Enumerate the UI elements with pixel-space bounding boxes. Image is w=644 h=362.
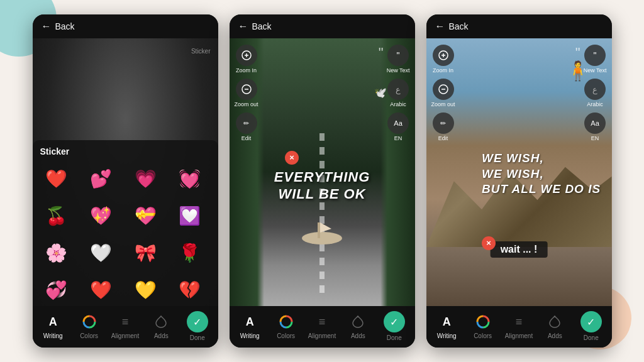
sticker-item[interactable]: 💛: [126, 273, 164, 306]
toolbar-writing-1[interactable]: A Writing: [39, 313, 67, 339]
zoom-out-group-2[interactable]: Zoom out: [235, 79, 258, 107]
toolbar-done-2[interactable]: ✓ Done: [380, 311, 408, 341]
toolbar-writing-2[interactable]: A Writing: [236, 313, 264, 339]
adds-icon-2: [349, 313, 367, 331]
colors-icon-1: [80, 313, 98, 331]
edit-label-3: Edit: [438, 135, 448, 141]
sticker-item[interactable]: 💝: [126, 199, 164, 233]
done-label-2: Done: [387, 334, 402, 341]
writing-label-3: Writing: [437, 332, 457, 339]
sticker-item[interactable]: ❤️: [82, 273, 119, 306]
edit-group-2[interactable]: ✏ Edit: [236, 112, 257, 141]
toolbar-done-3[interactable]: ✓ Done: [577, 311, 605, 341]
quote-icon-2: ": [379, 45, 384, 61]
colors-label-1: Colors: [80, 332, 98, 339]
right-controls-3: " New Text ع Arabic Aa EN: [584, 45, 607, 141]
sticker-item[interactable]: 🤍: [82, 236, 119, 270]
text-overlay-2[interactable]: EVERYTHING WILL BE OK: [274, 169, 370, 202]
sticker-item[interactable]: 💕: [82, 162, 119, 196]
toolbar-colors-3[interactable]: Colors: [469, 313, 497, 339]
toolbar-alignment-1[interactable]: ≡ Alignment: [111, 313, 139, 339]
back-label-2[interactable]: Back: [252, 21, 272, 31]
new-text-group-2[interactable]: " New Text: [387, 45, 410, 74]
sticker-panel: Sticker ❤️ 💕 💗 💓 🍒 💖 💝 💟 🌸 🤍 🎀 🌹 💞 ❤️: [33, 140, 218, 306]
topbar-1: ← Back: [33, 14, 218, 38]
toolbar-adds-1[interactable]: Adds: [147, 313, 175, 339]
arabic-group-3[interactable]: ع Arabic: [584, 79, 606, 107]
lang-btn-3[interactable]: Aa: [584, 112, 606, 134]
sticker-item[interactable]: 🍒: [38, 199, 75, 233]
lang-group-3[interactable]: Aa EN: [584, 112, 606, 141]
new-text-btn-2[interactable]: ": [387, 45, 409, 66]
back-arrow-1[interactable]: ←: [42, 21, 52, 32]
alignment-label-2: Alignment: [308, 332, 336, 339]
writing-icon-1: A: [44, 313, 62, 331]
colors-icon-3: [474, 313, 492, 331]
edit-group-3[interactable]: ✏ Edit: [433, 112, 454, 141]
zoom-in-group-3[interactable]: Zoom In: [433, 45, 454, 74]
sticker-item[interactable]: 🌸: [38, 236, 75, 270]
arabic-btn-2[interactable]: ع: [387, 79, 409, 100]
zoom-out-btn-2[interactable]: [236, 79, 257, 100]
arabic-btn-3[interactable]: ع: [584, 79, 606, 100]
lang-group-2[interactable]: Aa EN: [387, 112, 409, 141]
sticker-item[interactable]: ❤️: [38, 162, 75, 196]
topbar-3: ← Back: [426, 14, 612, 38]
left-controls-2: Zoom In Zoom out ✏ Edit: [235, 45, 258, 141]
toolbar-adds-3[interactable]: Adds: [541, 313, 569, 339]
boat: [300, 216, 344, 247]
toolbar-colors-1[interactable]: Colors: [75, 313, 103, 339]
zoom-in-btn-3[interactable]: [433, 45, 454, 66]
back-label-3[interactable]: Back: [449, 21, 469, 31]
back-arrow-2[interactable]: ←: [238, 21, 248, 32]
text-overlay-3b[interactable]: wait ... !: [491, 241, 548, 258]
alignment-icon-2: ≡: [313, 313, 331, 331]
delete-btn-3[interactable]: ×: [482, 236, 496, 250]
zoom-in-label-2: Zoom In: [236, 67, 257, 74]
arabic-label-2: Arabic: [390, 101, 406, 107]
alignment-icon-3: ≡: [510, 313, 528, 331]
toolbar-colors-2[interactable]: Colors: [272, 313, 300, 339]
sticker-item[interactable]: 💞: [38, 273, 75, 306]
toolbar-alignment-2[interactable]: ≡ Alignment: [308, 313, 336, 339]
new-text-group-3[interactable]: " New Text: [584, 45, 607, 74]
edit-btn-2[interactable]: ✏: [236, 112, 257, 134]
right-controls-2: " New Text ع Arabic Aa EN: [387, 45, 410, 141]
writing-label-1: Writing: [43, 332, 63, 339]
sticker-item[interactable]: 💔: [171, 273, 209, 306]
sticker-item[interactable]: 💓: [171, 162, 209, 196]
left-controls-3: Zoom In Zoom out ✏ Edit: [431, 45, 455, 141]
toolbar-done-1[interactable]: ✓ Done: [183, 311, 211, 341]
edit-label-2: Edit: [242, 135, 252, 141]
sticker-item[interactable]: 💖: [82, 199, 119, 233]
delete-btn-2[interactable]: ×: [285, 151, 299, 165]
zoom-in-group-2[interactable]: Zoom In: [236, 45, 257, 74]
toolbar-adds-2[interactable]: Adds: [344, 313, 372, 339]
sticker-item[interactable]: 🎀: [126, 236, 164, 270]
lang-label-3: EN: [591, 135, 599, 141]
done-label-1: Done: [190, 334, 205, 341]
colors-icon-2: [277, 313, 295, 331]
edit-btn-3[interactable]: ✏: [433, 112, 454, 134]
new-text-label-3: New Text: [584, 67, 607, 74]
lang-btn-2[interactable]: Aa: [387, 112, 409, 134]
toolbar-writing-3[interactable]: A Writing: [433, 313, 461, 339]
back-arrow-3[interactable]: ←: [435, 21, 445, 32]
zoom-in-label-3: Zoom In: [433, 67, 453, 74]
new-text-btn-3[interactable]: ": [584, 45, 606, 66]
zoom-in-btn-2[interactable]: [236, 45, 257, 66]
sticker-item[interactable]: 🌹: [171, 236, 209, 270]
colors-label-3: Colors: [474, 332, 492, 339]
text-overlay-3a[interactable]: WE WISH, WE WISH, BUT ALL WE DO IS: [482, 151, 601, 197]
toolbar-alignment-3[interactable]: ≡ Alignment: [504, 313, 533, 339]
zoom-out-btn-3[interactable]: [433, 79, 454, 100]
zoom-out-group-3[interactable]: Zoom out: [431, 79, 455, 107]
toolbar-2: A Writing Colors ≡ Alignment Adds ✓: [230, 306, 415, 348]
sticker-item[interactable]: 💟: [171, 199, 209, 233]
colors-label-2: Colors: [277, 332, 295, 339]
arabic-group-2[interactable]: ع Arabic: [387, 79, 409, 107]
phone-3-content: 🧍 × WE WISH, WE WISH, BUT ALL WE DO IS w…: [426, 38, 612, 306]
back-label-1[interactable]: Back: [55, 21, 75, 31]
toolbar-3: A Writing Colors ≡ Alignment Adds ✓: [426, 306, 612, 348]
sticker-item[interactable]: 💗: [126, 162, 164, 196]
